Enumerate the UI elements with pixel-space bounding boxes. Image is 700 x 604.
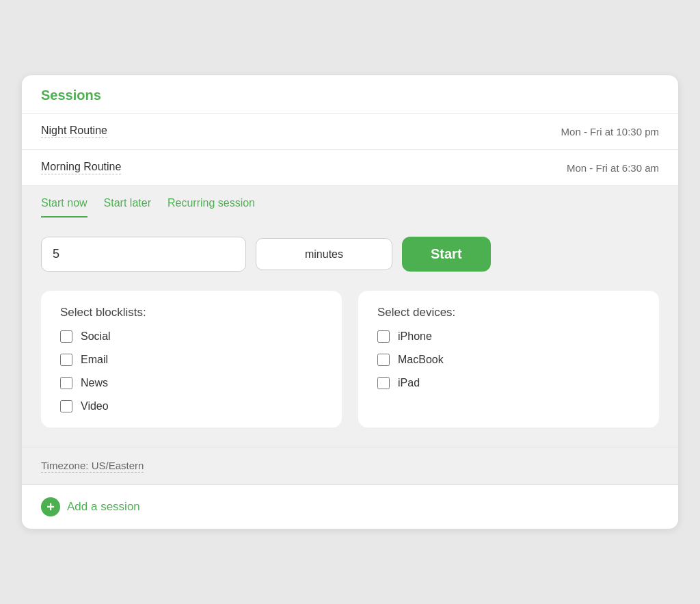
timezone-text: Timezone: US/Eastern xyxy=(41,460,144,473)
input-row: minutes hours Start xyxy=(41,237,659,272)
blocklist-social-checkbox[interactable] xyxy=(60,330,72,343)
duration-input[interactable] xyxy=(41,237,246,272)
add-session-icon: + xyxy=(41,497,60,516)
list-item[interactable]: News xyxy=(60,377,323,389)
list-item[interactable]: MacBook xyxy=(377,354,640,366)
blocklist-video-label: Video xyxy=(81,400,109,412)
session-schedule: Mon - Fri at 10:30 pm xyxy=(561,126,659,137)
blocklist-news-checkbox[interactable] xyxy=(60,377,72,389)
table-row: Night Routine Mon - Fri at 10:30 pm xyxy=(22,114,678,150)
add-session-row[interactable]: + Add a session xyxy=(22,484,678,529)
session-list: Night Routine Mon - Fri at 10:30 pm Morn… xyxy=(22,114,678,186)
device-ipad-label: iPad xyxy=(398,377,420,389)
blocklists-card: Select blocklists: Social Email News Vid… xyxy=(41,291,342,428)
blocklist-email-checkbox[interactable] xyxy=(60,354,72,366)
list-item[interactable]: iPhone xyxy=(377,330,640,343)
blocklists-label: Select blocklists: xyxy=(60,306,323,319)
sessions-header: Sessions xyxy=(22,75,678,114)
timezone-row: Timezone: US/Eastern xyxy=(22,447,678,484)
list-item[interactable]: iPad xyxy=(377,377,640,389)
selectors-row: Select blocklists: Social Email News Vid… xyxy=(41,291,659,428)
blocklist-social-label: Social xyxy=(81,330,111,343)
device-macbook-checkbox[interactable] xyxy=(377,354,390,366)
start-button[interactable]: Start xyxy=(402,237,491,272)
add-session-label: Add a session xyxy=(67,500,140,514)
unit-select[interactable]: minutes hours xyxy=(256,238,392,270)
tabs-section: Start now Start later Recurring session xyxy=(22,186,678,218)
list-item[interactable]: Video xyxy=(60,400,323,412)
tab-start-now[interactable]: Start now xyxy=(41,197,88,218)
blocklist-news-label: News xyxy=(81,377,108,389)
tabs-row: Start now Start later Recurring session xyxy=(41,197,659,218)
tab-start-later[interactable]: Start later xyxy=(104,197,151,218)
device-ipad-checkbox[interactable] xyxy=(377,377,390,389)
blocklist-video-checkbox[interactable] xyxy=(60,400,72,412)
devices-label: Select devices: xyxy=(377,306,640,319)
main-card: Sessions Night Routine Mon - Fri at 10:3… xyxy=(22,75,678,529)
start-now-section: minutes hours Start Select blocklists: S… xyxy=(22,218,678,447)
device-iphone-label: iPhone xyxy=(398,330,432,343)
list-item[interactable]: Social xyxy=(60,330,323,343)
device-iphone-checkbox[interactable] xyxy=(377,330,390,343)
device-macbook-label: MacBook xyxy=(398,354,444,366)
blocklist-email-label: Email xyxy=(81,354,108,366)
session-schedule: Mon - Fri at 6:30 am xyxy=(567,162,659,174)
tab-recurring-session[interactable]: Recurring session xyxy=(167,197,255,218)
devices-card: Select devices: iPhone MacBook iPad xyxy=(358,291,659,428)
table-row: Morning Routine Mon - Fri at 6:30 am xyxy=(22,150,678,185)
list-item[interactable]: Email xyxy=(60,354,323,366)
session-name: Morning Routine xyxy=(41,161,121,174)
session-name: Night Routine xyxy=(41,124,107,138)
sessions-title: Sessions xyxy=(41,88,101,103)
